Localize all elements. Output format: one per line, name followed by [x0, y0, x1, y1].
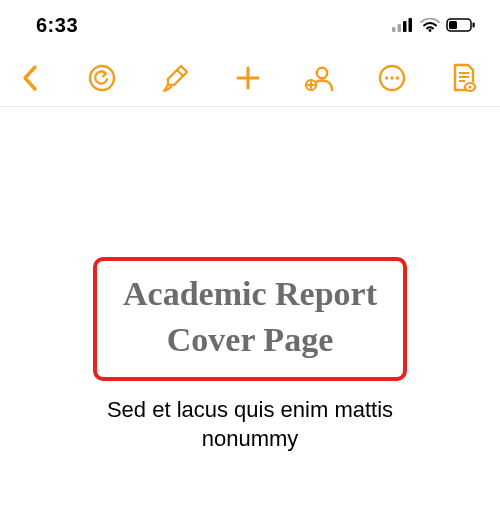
wifi-icon — [420, 18, 440, 32]
svg-point-18 — [385, 76, 388, 79]
svg-rect-1 — [398, 24, 402, 32]
svg-rect-3 — [409, 18, 413, 32]
paintbrush-icon — [161, 63, 191, 93]
battery-icon — [446, 18, 476, 32]
svg-point-12 — [317, 68, 327, 78]
svg-point-8 — [90, 66, 114, 90]
app-toolbar — [0, 50, 500, 106]
view-settings-button[interactable] — [446, 60, 482, 96]
svg-point-19 — [390, 76, 393, 79]
undo-button[interactable] — [84, 60, 120, 96]
more-button[interactable] — [374, 60, 410, 96]
svg-point-4 — [429, 29, 432, 32]
format-button[interactable] — [158, 60, 194, 96]
svg-point-25 — [468, 85, 471, 88]
cellular-icon — [392, 18, 414, 32]
svg-point-20 — [396, 76, 399, 79]
back-button[interactable] — [12, 60, 48, 96]
ellipsis-icon — [377, 63, 407, 93]
svg-rect-7 — [449, 21, 457, 29]
add-person-icon — [304, 63, 336, 93]
chevron-left-icon — [19, 63, 41, 93]
svg-rect-0 — [392, 27, 396, 32]
status-icons — [392, 18, 476, 32]
svg-rect-2 — [403, 21, 407, 32]
document-title[interactable]: Academic Report Cover Page — [123, 271, 377, 363]
svg-rect-6 — [473, 23, 475, 28]
status-time: 6:33 — [36, 14, 78, 37]
document-canvas[interactable]: Academic Report Cover Page Sed et lacus … — [0, 107, 500, 454]
document-subtitle[interactable]: Sed et lacus quis enim mattis nonummy — [0, 395, 500, 454]
insert-button[interactable] — [230, 60, 266, 96]
collaborate-button[interactable] — [302, 60, 338, 96]
status-bar: 6:33 — [0, 0, 500, 50]
svg-line-9 — [177, 70, 183, 76]
undo-icon — [87, 63, 117, 93]
document-view-icon — [450, 62, 478, 94]
title-selection-highlight: Academic Report Cover Page — [93, 257, 407, 381]
plus-icon — [234, 64, 262, 92]
